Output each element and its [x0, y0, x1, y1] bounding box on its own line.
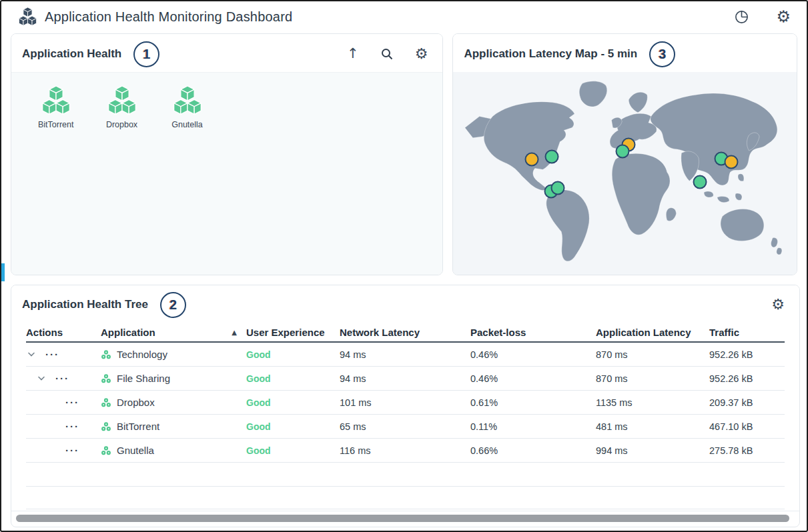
traffic-value: 275.78 kB [709, 445, 785, 456]
row-actions-ellipsis-icon[interactable]: ··· [65, 397, 79, 407]
application-cell: File Sharing [101, 373, 246, 384]
column-header-traffic[interactable]: Traffic [709, 327, 785, 338]
empty-row [26, 463, 785, 487]
app-logo-cubes-icon [19, 7, 37, 27]
health-tree-title: Application Health Tree [22, 298, 148, 311]
pie-chart-icon[interactable] [734, 9, 749, 25]
latency-map-panel: Application Latency Map - 5 min 3 [452, 33, 797, 275]
network-latency-value: 116 ms [340, 445, 470, 456]
application-name: Gnutella [117, 445, 154, 456]
user-experience-value: Good [246, 373, 340, 384]
top-panels-row: Application Health 1 ↑ ⚙ [1, 32, 807, 275]
annotation-1: 1 [133, 41, 159, 67]
traffic-value: 952.26 kB [709, 373, 785, 384]
table-row-gnutella[interactable]: ··· Gnutella Good 116 ms 0.66% 994 ms 27… [26, 439, 785, 463]
column-header-application[interactable]: Application ▲ [101, 327, 246, 338]
application-tile-bittorrent[interactable]: BitTorrent [38, 86, 74, 129]
column-header-user-experience[interactable]: User Experience [246, 327, 340, 338]
table-body: ··· Technology Good 94 ms 0.46% 870 ms 9… [26, 343, 785, 463]
app-cubes-icon [42, 86, 70, 116]
sort-ascending-icon[interactable]: ▲ [232, 329, 237, 336]
packet-loss-value: 0.66% [470, 445, 596, 456]
annotation-3: 3 [649, 41, 675, 67]
app-cluster-icon [101, 373, 111, 384]
traffic-value: 467.10 kB [709, 421, 785, 432]
row-actions-ellipsis-icon[interactable]: ··· [65, 445, 79, 455]
row-actions-ellipsis-icon[interactable]: ··· [55, 373, 69, 383]
table-row-file-sharing[interactable]: ··· File Sharing Good 94 ms 0.46% 870 ms… [26, 367, 785, 391]
application-tile-label: Dropbox [106, 120, 137, 129]
column-header-actions[interactable]: Actions [26, 327, 101, 338]
application-tile-dropbox[interactable]: Dropbox [105, 86, 139, 129]
panel-settings-gear-icon[interactable]: ⚙ [415, 47, 428, 61]
application-latency-value: 481 ms [596, 421, 709, 432]
app-cluster-icon [101, 445, 111, 456]
chevron-down-icon[interactable] [26, 352, 37, 357]
annotation-2: 2 [160, 292, 186, 318]
packet-loss-value: 0.46% [470, 373, 596, 384]
table-row-dropbox[interactable]: ··· Dropbox Good 101 ms 0.61% 1135 ms 20… [26, 391, 785, 415]
network-latency-value: 101 ms [340, 397, 470, 408]
user-experience-value: Good [246, 421, 340, 432]
user-experience-value: Good [246, 445, 340, 456]
settings-gear-icon[interactable]: ⚙ [776, 9, 791, 25]
table-row-technology[interactable]: ··· Technology Good 94 ms 0.46% 870 ms 9… [26, 343, 785, 367]
application-name: Dropbox [117, 397, 155, 408]
actions-cell: ··· [26, 445, 101, 455]
application-name: Technology [117, 349, 167, 360]
world-map [453, 72, 797, 275]
actions-cell: ··· [26, 373, 101, 383]
table-row-bittorrent[interactable]: ··· BitTorrent Good 65 ms 0.11% 481 ms 4… [26, 415, 785, 439]
application-tile-label: Gnutella [171, 120, 203, 129]
user-experience-value: Good [246, 349, 340, 360]
app-cluster-icon [101, 397, 111, 408]
latency-marker-north-america-east[interactable] [545, 150, 559, 164]
packet-loss-value: 0.11% [470, 421, 596, 432]
chevron-down-icon[interactable] [36, 376, 47, 381]
packet-loss-value: 0.46% [470, 349, 596, 360]
latency-marker-southeast-asia[interactable] [693, 175, 707, 189]
app-cluster-icon [101, 349, 111, 360]
application-latency-value: 870 ms [596, 349, 709, 360]
tree-settings-gear-icon[interactable]: ⚙ [771, 297, 785, 312]
world-map-graphic [453, 72, 797, 275]
page-title: Application Health Monitoring Dashboard [45, 9, 292, 25]
traffic-value: 952.26 kB [709, 349, 785, 360]
actions-cell: ··· [26, 421, 101, 431]
latency-marker-east-asia-east[interactable] [725, 155, 739, 169]
app-cluster-icon [101, 421, 111, 432]
app-cubes-icon [173, 86, 201, 116]
application-latency-value: 994 ms [596, 445, 709, 456]
health-tree-panel: Application Health Tree 2 ⚙ Actions Appl… [11, 285, 800, 527]
health-tree-table: Actions Application ▲ User Experience Ne… [11, 323, 799, 511]
latency-marker-north-america-central[interactable] [525, 153, 539, 167]
application-health-title: Application Health [22, 47, 121, 61]
row-actions-ellipsis-icon[interactable]: ··· [45, 349, 59, 359]
application-tile-gnutella[interactable]: Gnutella [170, 86, 205, 129]
horizontal-scrollbar[interactable] [11, 511, 799, 527]
latency-map-title: Application Latency Map - 5 min [464, 47, 637, 61]
search-icon[interactable] [380, 47, 394, 61]
actions-cell: ··· [26, 397, 101, 407]
maximize-arrow-icon[interactable]: ↑ [347, 47, 359, 61]
network-latency-value: 94 ms [340, 373, 470, 384]
app-header: Application Health Monitoring Dashboard … [1, 1, 807, 32]
column-header-network-latency[interactable]: Network Latency [340, 327, 470, 338]
application-tile-label: BitTorrent [38, 120, 74, 129]
application-latency-value: 1135 ms [596, 397, 709, 408]
traffic-value: 209.37 kB [709, 397, 785, 408]
application-name: BitTorrent [117, 421, 159, 432]
latency-marker-europe-central[interactable] [616, 145, 630, 159]
application-health-panel: Application Health 1 ↑ ⚙ [11, 33, 443, 275]
network-latency-value: 94 ms [340, 349, 470, 360]
column-header-application-latency[interactable]: Application Latency [596, 327, 709, 338]
left-edge-accent-tab[interactable] [1, 263, 5, 281]
application-cell: Gnutella [101, 445, 246, 456]
column-header-packet-loss[interactable]: Packet-loss [470, 327, 596, 338]
application-latency-value: 870 ms [596, 373, 709, 384]
latency-marker-south-america-east[interactable] [551, 181, 565, 195]
application-name: File Sharing [117, 373, 170, 384]
scrollbar-thumb[interactable] [16, 515, 789, 522]
row-actions-ellipsis-icon[interactable]: ··· [65, 421, 79, 431]
network-latency-value: 65 ms [340, 421, 470, 432]
